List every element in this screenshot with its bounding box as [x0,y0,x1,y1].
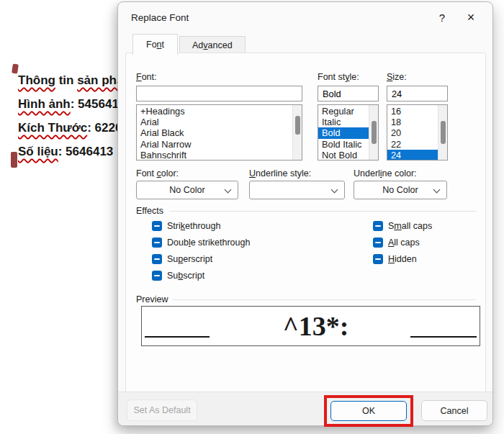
font-label: Font: [136,72,157,82]
cancel-button[interactable]: Cancel [421,400,487,421]
effect-superscript[interactable]: Superscript [152,254,250,264]
list-option[interactable]: Arial Narrow [137,139,292,150]
scrollbar[interactable] [438,105,447,160]
effect-subscript[interactable]: Subscript [152,271,250,281]
list-option[interactable]: Not Bold [318,150,369,161]
dialog-titlebar: Replace Font ? × [118,2,492,32]
checkbox-indeterminate-icon[interactable] [373,254,383,264]
misspelled-text: Kích Thước [18,121,87,135]
tab-font[interactable]: Font [132,34,178,55]
font-style-label: Font style: [318,72,359,82]
effect-label: Strikethrough [167,221,220,231]
effect-double-strikethrough[interactable]: Double strikethrough [152,238,250,248]
effects-column-left: StrikethroughDouble strikethroughSupersc… [152,221,250,281]
misspelled-text: Thông [18,73,55,87]
checkbox-indeterminate-icon[interactable] [152,254,162,264]
document-text-part: : 545641 [71,97,119,111]
effect-label: Subscript [167,271,204,281]
set-as-default-button[interactable]: Set As Default [127,399,197,421]
size-label: Size: [387,72,407,82]
effect-label: All caps [388,238,420,248]
dialog-footer: Set As Default OK Cancel [118,392,492,425]
list-option[interactable]: 20 [387,127,438,138]
effect-all-caps[interactable]: All caps [373,238,432,248]
preview-box: ^13*: [141,306,480,346]
replace-font-dialog: Replace Font ? × FontAdvanced Font: Font… [117,1,493,426]
effect-hidden[interactable]: Hidden [373,254,432,264]
effects-column-right: Small capsAll capsHidden [373,221,432,264]
document-text-part: tin [55,73,77,87]
list-option[interactable]: Bahnschrift [137,150,292,161]
underline-color-label: Underline color: [354,168,417,178]
scrollbar-thumb[interactable] [372,121,377,144]
list-option[interactable]: Bold [318,127,369,138]
effect-small-caps[interactable]: Small caps [373,221,432,231]
font-input[interactable] [136,86,302,101]
misspelled-text: Số liệu [18,145,58,158]
chevron-down-icon [433,186,441,194]
effect-label: Hidden [388,254,417,264]
underline-color-value: No Color [382,185,418,195]
effect-label: Double strikethrough [167,238,250,248]
effects-group-label: Effects [136,206,163,216]
list-option[interactable]: Bold Italic [318,139,369,150]
checkbox-indeterminate-icon[interactable] [152,271,162,281]
chevron-down-icon [225,186,232,194]
document-edge-fragment [12,64,19,74]
preview-divider [173,299,476,300]
list-option[interactable]: Regular [318,106,369,117]
font-style-listbox[interactable]: RegularItalicBoldBold ItalicNot Bold [318,104,379,161]
scrollbar[interactable] [369,105,378,160]
checkbox-indeterminate-icon[interactable] [373,221,383,231]
scrollbar-thumb[interactable] [295,116,300,135]
checkbox-indeterminate-icon[interactable] [152,238,162,248]
document-edge-fragment [11,152,17,168]
list-option[interactable]: 16 [387,106,438,117]
scrollbar[interactable] [292,105,302,160]
chevron-down-icon [331,186,338,194]
help-icon[interactable]: ? [428,6,456,28]
font-listbox[interactable]: +HeadingsArialArial BlackArial NarrowBah… [136,104,302,161]
effect-strikethrough[interactable]: Strikethrough [152,221,250,231]
preview-underline-right [410,336,477,338]
list-option[interactable]: 24 [387,150,438,161]
list-option[interactable]: +Headings [137,106,292,117]
scrollbar-thumb[interactable] [441,121,446,144]
ok-button[interactable]: OK [330,401,407,421]
font-color-dropdown[interactable]: No Color [136,181,238,199]
checkbox-indeterminate-icon[interactable] [373,238,383,248]
preview-underline-left [145,336,210,338]
checkbox-indeterminate-icon[interactable] [152,221,162,231]
close-icon[interactable]: × [456,6,485,28]
font-color-label: Font color: [136,168,179,178]
preview-text: ^13*: [283,312,349,340]
font-color-value: No Color [169,185,204,195]
effect-label: Superscript [167,254,212,264]
annotation-highlight-box: OK [324,395,413,427]
list-option[interactable]: 18 [387,117,438,127]
font-style-input[interactable] [318,86,379,101]
list-option[interactable]: Italic [318,117,369,127]
list-option[interactable]: Arial Black [137,127,292,138]
size-input[interactable] [387,86,448,101]
list-option[interactable]: 22 [387,139,438,150]
misspelled-text: Hình ảnh [18,97,71,111]
underline-style-dropdown[interactable] [249,181,345,199]
dialog-title: Replace Font [131,12,428,23]
underline-style-label: Underline style: [249,168,311,178]
effect-label: Small caps [388,221,432,231]
document-text-part: : 5646413 [58,145,114,158]
preview-group-label: Preview [136,294,168,304]
effects-divider [170,211,476,212]
list-option[interactable]: Arial [137,117,292,127]
underline-color-dropdown[interactable]: No Color [354,181,447,199]
tab-strip: FontAdvanced [132,34,247,55]
size-listbox[interactable]: 1618202224 [387,104,448,161]
